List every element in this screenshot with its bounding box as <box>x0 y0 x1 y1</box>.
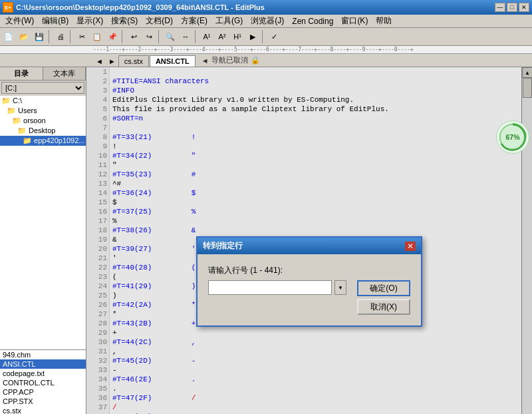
dialog-buttons: 确定(O) 取消(X) <box>357 280 410 315</box>
file-item-6[interactable]: cs.stx <box>0 406 86 414</box>
menu-file[interactable]: 文件(W) <box>1 15 38 27</box>
tb-redo[interactable]: ↪ <box>142 29 156 44</box>
dialog-ok-btn[interactable]: 确定(O) <box>357 280 410 296</box>
progress-circle: 67% <box>496 120 529 154</box>
menu-doc[interactable]: 文档(D) <box>142 15 177 27</box>
dialog-body: 请输入行号 (1 - 441): ▼ 确定(O) 取消(X) <box>198 254 421 325</box>
toolbar-sep6 <box>262 30 265 43</box>
tab-left-arrow[interactable]: ◄ <box>93 56 106 67</box>
toolbar: 📄 📂 💾 🖨 ✂ 📋 📌 ↩ ↪ 🔍 ↔ A¹ A² H¹ ▶ ✓ <box>1 29 531 44</box>
tree-node-epp[interactable]: 📁 epp420p1092... <box>0 136 86 146</box>
tb-find[interactable]: 🔍 <box>163 29 178 44</box>
panel-tab-dir[interactable]: 目录 <box>0 67 43 80</box>
left-container: 目录 文本库 [C:] 📁 C:\ 📁 Users 📁 orsoon 📁 Des… <box>0 67 86 414</box>
dialog-close-btn[interactable]: ✕ <box>405 242 416 251</box>
tb-save[interactable]: 💾 <box>32 29 47 44</box>
toolbar-sep4 <box>158 30 161 43</box>
menu-window[interactable]: 窗口(K) <box>337 15 372 27</box>
tb-check[interactable]: ✓ <box>267 29 281 44</box>
title-bar-text: E+ C:\Users\orsoon\Desktop\epp420p1092_0… <box>3 2 265 13</box>
title-bar: E+ C:\Users\orsoon\Desktop\epp420p1092_0… <box>0 0 532 15</box>
panel-tabs: 目录 文本库 <box>0 67 86 81</box>
tb-undo[interactable]: ↩ <box>126 29 141 44</box>
menu-edit[interactable]: 编辑(B) <box>38 15 72 27</box>
menu-tools[interactable]: 工具(G) <box>211 15 247 27</box>
maximize-button[interactable]: □ <box>507 3 517 12</box>
drive-selector-wrap: [C:] <box>0 81 86 96</box>
goto-dropdown-btn[interactable]: ▼ <box>334 280 346 295</box>
tree-node-c[interactable]: 📁 C:\ <box>0 96 86 106</box>
tb-a2[interactable]: A² <box>215 29 229 44</box>
ruler-bar: ----1----+----2----+----3----+----4----+… <box>0 46 532 54</box>
dialog-title-bar: 转到指定行 ✕ <box>198 238 421 254</box>
drive-selector[interactable]: [C:] <box>1 82 84 94</box>
menu-view[interactable]: 显示(X) <box>72 15 107 27</box>
toolbar-sep5 <box>195 30 198 43</box>
file-item-0[interactable]: 949.chm <box>0 350 86 359</box>
tree-node-desktop[interactable]: 📁 Desktop <box>0 126 86 136</box>
toolbar-sep3 <box>122 30 124 43</box>
tb-open[interactable]: 📂 <box>17 29 31 44</box>
tree-area: 📁 C:\ 📁 Users 📁 orsoon 📁 Desktop 📁 epp42… <box>0 96 86 349</box>
dialog-overlay: 转到指定行 ✕ 请输入行号 (1 - 441): ▼ 确定(O) <box>86 67 532 414</box>
file-list: 949.chm ANSI.CTL codepage.txt CONTROL.CT… <box>0 349 86 414</box>
tab-info: ◄ 导航已取消 🔒 <box>196 54 265 67</box>
menu-scheme[interactable]: 方案(E) <box>177 15 211 27</box>
file-item-1[interactable]: ANSI.CTL <box>0 359 86 369</box>
file-item-3[interactable]: CONTROL.CTL <box>0 378 86 387</box>
tb-paste[interactable]: 📌 <box>105 29 120 44</box>
tb-h[interactable]: H¹ <box>230 29 245 44</box>
tb-a1[interactable]: A¹ <box>200 29 214 44</box>
outer-layout: 目录 文本库 [C:] 📁 C:\ 📁 Users 📁 orsoon 📁 Des… <box>0 67 532 414</box>
progress-text: 67% <box>505 133 520 141</box>
tb-print[interactable]: 🖨 <box>53 29 68 44</box>
dialog-content-row: ▼ 确定(O) 取消(X) <box>208 280 410 315</box>
tree-node-orsoon[interactable]: 📁 orsoon <box>0 116 86 126</box>
progress-circle-container: 67% <box>496 120 529 154</box>
minimize-button[interactable]: — <box>495 3 505 12</box>
toolbar-sep2 <box>70 30 72 43</box>
progress-svg: 67% <box>497 120 529 154</box>
tab-right-arrow[interactable]: ► <box>106 56 118 67</box>
tb-replace[interactable]: ↔ <box>178 29 193 44</box>
tab-cs-stx[interactable]: cs.stx <box>118 55 149 67</box>
dialog-cancel-btn[interactable]: 取消(X) <box>357 299 410 315</box>
tab-bar: ◄ ► cs.stx ANSI.CTL ◄ 导航已取消 🔒 <box>0 54 532 67</box>
menu-browser[interactable]: 浏览器(J) <box>247 15 288 27</box>
tree-node-users[interactable]: 📁 Users <box>0 106 86 116</box>
tb-new[interactable]: 📄 <box>1 29 16 44</box>
dialog-label: 请输入行号 (1 - 441): <box>208 265 410 276</box>
toolbar-sep1 <box>49 30 51 43</box>
menu-help[interactable]: 帮助 <box>372 15 396 27</box>
tb-run[interactable]: ▶ <box>245 29 260 44</box>
file-item-5[interactable]: CPP.STX <box>0 397 86 406</box>
dialog-input-row: ▼ <box>208 280 346 295</box>
title-bar-controls: — □ ✕ <box>495 3 529 12</box>
goto-line-input[interactable] <box>208 280 332 295</box>
tb-copy[interactable]: 📋 <box>90 29 104 44</box>
app-icon: E+ <box>3 2 13 13</box>
panel-tab-lib[interactable]: 文本库 <box>43 67 86 80</box>
goto-dialog: 转到指定行 ✕ 请输入行号 (1 - 441): ▼ 确定(O) <box>196 236 422 327</box>
tab-ansi-ctl[interactable]: ANSI.CTL <box>150 55 196 67</box>
close-button[interactable]: ✕ <box>519 3 529 12</box>
toolbar-area: 📄 📂 💾 🖨 ✂ 📋 📌 ↩ ↪ 🔍 ↔ A¹ A² H¹ ▶ ✓ <box>0 28 532 46</box>
menu-zen-coding[interactable]: Zen Coding <box>288 15 337 27</box>
file-item-4[interactable]: CPP.ACP <box>0 387 86 397</box>
file-item-2[interactable]: codepage.txt <box>0 369 86 378</box>
menu-bar: 文件(W) 编辑(B) 显示(X) 搜索(S) 文档(D) 方案(E) 工具(G… <box>0 15 532 28</box>
menu-search[interactable]: 搜索(S) <box>107 15 142 27</box>
tb-cut[interactable]: ✂ <box>74 29 89 44</box>
editor-area: 12345 678910 1112131415 1617181920 21222… <box>86 67 532 414</box>
